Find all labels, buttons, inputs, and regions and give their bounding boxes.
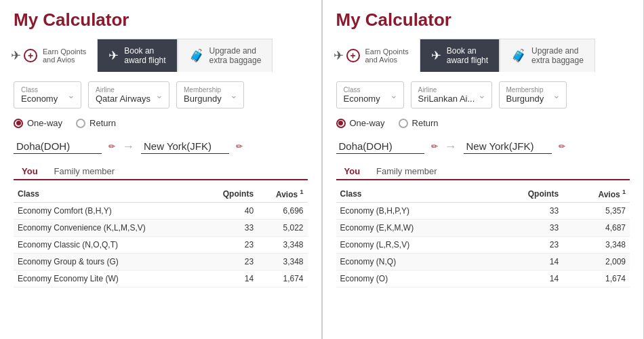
upgrade-tab-label: Upgrade andextra baggage xyxy=(209,46,262,65)
right-panel: My Calculator ✈ + Earn Qpointsand Avios … xyxy=(323,0,645,339)
right-tab-book[interactable]: ✈ Book anaward flight xyxy=(420,39,500,72)
table-cell: Economy (O) xyxy=(336,271,490,287)
right-header: My Calculator xyxy=(323,0,644,39)
right-tab-bar: ✈ + Earn Qpointsand Avios ✈ Book anaward… xyxy=(323,39,644,72)
left-to-input[interactable] xyxy=(141,139,229,154)
right-earn-tab-label: Earn Qpointsand Avios xyxy=(365,47,409,64)
right-return-radio[interactable]: Return xyxy=(399,118,439,128)
table-row: Economy Convenience (K,L,M,S,V)335,022 xyxy=(14,220,308,237)
right-tab-you[interactable]: You xyxy=(336,163,369,180)
right-to-edit-icon[interactable]: ✏ xyxy=(559,142,565,151)
table-cell: Economy (L,R,S,V) xyxy=(336,237,490,254)
left-tab-earn[interactable]: ✈ + Earn Qpointsand Avios xyxy=(0,39,97,72)
right-from-edit-icon[interactable]: ✏ xyxy=(431,142,438,151)
left-oneway-radio[interactable]: One-way xyxy=(14,118,62,128)
table-cell: 3,348 xyxy=(258,254,307,271)
left-results-table: Class Qpoints Avios 1 Economy Comfort (B… xyxy=(14,186,308,287)
left-membership-label: Membership xyxy=(184,86,237,94)
left-from-input[interactable] xyxy=(14,139,102,154)
table-cell: 14 xyxy=(489,254,563,271)
right-book-flight-icon: ✈ xyxy=(431,49,441,62)
right-tab-earn[interactable]: ✈ + Earn Qpointsand Avios xyxy=(323,39,420,72)
table-cell: 5,357 xyxy=(563,203,630,220)
plus-icon: + xyxy=(24,49,37,62)
table-cell: Economy (N,Q) xyxy=(336,254,490,271)
table-cell: 1,674 xyxy=(258,271,307,287)
right-plus-icon: + xyxy=(346,49,360,62)
right-results-table: Class Qpoints Avios 1 Economy (B,H,P,Y)3… xyxy=(336,186,630,287)
left-return-radio[interactable]: Return xyxy=(76,118,116,128)
left-col-avios: Avios 1 xyxy=(258,186,307,203)
left-route-arrow: → xyxy=(122,140,134,154)
earn-tab-label: Earn Qpointsand Avios xyxy=(43,47,86,64)
left-oneway-label: One-way xyxy=(27,118,62,128)
table-cell: 23 xyxy=(203,237,258,254)
left-tab-upgrade[interactable]: 🧳 Upgrade andextra baggage xyxy=(178,39,273,72)
left-class-dropdown[interactable]: Class Economy ⌄ xyxy=(14,81,81,108)
right-membership-dropdown[interactable]: Membership Burgundy ⌄ xyxy=(499,81,567,108)
left-membership-dropdown[interactable]: Membership Burgundy ⌄ xyxy=(176,81,244,108)
right-tab-upgrade[interactable]: 🧳 Upgrade andextra baggage xyxy=(500,39,595,72)
right-return-label: Return xyxy=(412,118,439,128)
table-cell: Economy Group & tours (G) xyxy=(14,254,203,271)
table-cell: 3,348 xyxy=(563,237,630,254)
upgrade-icon: 🧳 xyxy=(189,49,204,62)
table-cell: 5,022 xyxy=(258,220,307,237)
left-class-chevron: ⌄ xyxy=(67,89,75,100)
right-airline-chevron: ⌄ xyxy=(478,89,486,100)
left-to-edit-icon[interactable]: ✏ xyxy=(236,142,243,151)
left-dropdowns-row: Class Economy ⌄ Airline Qatar Airways ⌄ … xyxy=(14,81,308,108)
table-cell: 33 xyxy=(489,220,563,237)
right-route-arrow: → xyxy=(445,140,457,154)
table-cell: 14 xyxy=(489,271,563,287)
right-class-value: Economy xyxy=(344,94,397,104)
left-membership-value: Burgundy xyxy=(184,94,237,104)
table-cell: 23 xyxy=(489,237,563,254)
table-row: Economy (L,R,S,V)233,348 xyxy=(336,237,630,254)
table-cell: Economy Convenience (K,L,M,S,V) xyxy=(14,220,203,237)
table-row: Economy (N,Q)142,009 xyxy=(336,254,630,271)
right-class-chevron: ⌄ xyxy=(390,89,398,100)
table-cell: Economy Economy Lite (W) xyxy=(14,271,203,287)
left-tab-bar: ✈ + Earn Qpointsand Avios ✈ Book anaward… xyxy=(0,39,321,72)
right-membership-label: Membership xyxy=(506,86,559,94)
left-airline-dropdown[interactable]: Airline Qatar Airways ⌄ xyxy=(88,81,169,108)
left-col-qpoints: Qpoints xyxy=(203,186,258,203)
left-airline-value: Qatar Airways xyxy=(96,94,162,104)
right-oneway-radio[interactable]: One-way xyxy=(336,118,385,128)
right-airline-dropdown[interactable]: Airline SriLankan Ai... ⌄ xyxy=(411,81,492,108)
table-cell: 40 xyxy=(203,203,258,220)
table-cell: 33 xyxy=(203,220,258,237)
left-panel: My Calculator ✈ + Earn Qpointsand Avios … xyxy=(0,0,322,339)
table-row: Economy Comfort (B,H,Y)406,696 xyxy=(14,203,308,220)
left-title: My Calculator xyxy=(14,9,308,31)
left-route-row: ✏ → ✏ xyxy=(14,139,308,154)
table-cell: 23 xyxy=(203,254,258,271)
table-row: Economy (B,H,P,Y)335,357 xyxy=(336,203,630,220)
right-tab-family[interactable]: Family member xyxy=(368,163,445,179)
left-tab-family[interactable]: Family member xyxy=(46,163,123,179)
right-class-label: Class xyxy=(344,86,397,94)
right-route-row: ✏ → ✏ xyxy=(336,139,630,154)
left-from-edit-icon[interactable]: ✏ xyxy=(108,142,115,151)
right-upgrade-icon: 🧳 xyxy=(511,49,526,62)
left-col-class: Class xyxy=(14,186,203,203)
left-tab-book[interactable]: ✈ Book anaward flight xyxy=(97,39,177,72)
table-cell: 2,009 xyxy=(563,254,630,271)
left-tab-you[interactable]: You xyxy=(14,163,46,180)
table-cell: Economy Comfort (B,H,Y) xyxy=(14,203,203,220)
table-row: Economy Classic (N,O,Q,T)233,348 xyxy=(14,237,308,254)
right-from-input[interactable] xyxy=(336,139,424,154)
right-airline-value: SriLankan Ai... xyxy=(418,94,485,104)
left-you-family-tabs: You Family member xyxy=(14,163,308,180)
right-oneway-label: One-way xyxy=(350,118,385,128)
left-airline-label: Airline xyxy=(96,86,162,94)
right-membership-chevron: ⌄ xyxy=(552,89,561,100)
right-class-dropdown[interactable]: Class Economy ⌄ xyxy=(336,81,404,108)
left-return-dot xyxy=(76,119,85,128)
table-cell: Economy (E,K,M,W) xyxy=(336,220,490,237)
right-col-avios: Avios 1 xyxy=(563,186,630,203)
right-to-input[interactable] xyxy=(464,139,552,154)
left-airline-chevron: ⌄ xyxy=(155,89,163,100)
right-radio-row: One-way Return xyxy=(336,118,630,128)
